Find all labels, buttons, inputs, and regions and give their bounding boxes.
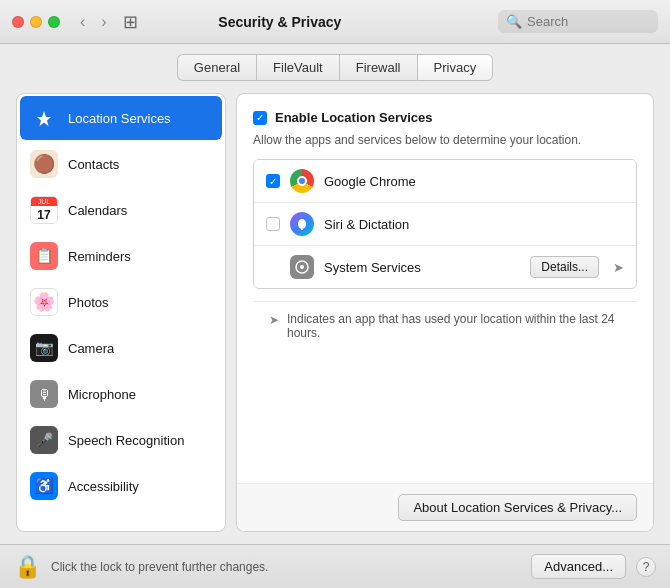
- camera-icon: 📷: [30, 334, 58, 362]
- chrome-inner: [297, 176, 307, 186]
- calendars-icon: JUL 17: [30, 196, 58, 224]
- app-row-system: System Services Details... ➤: [254, 246, 636, 288]
- sidebar-label-reminders: Reminders: [68, 249, 131, 264]
- sidebar-item-contacts[interactable]: 🟤 Contacts: [20, 142, 222, 186]
- enable-location-checkbox[interactable]: ✓: [253, 111, 267, 125]
- app-row-siri: Siri & Dictation: [254, 203, 636, 246]
- system-icon: [290, 255, 314, 279]
- enable-location-desc: Allow the apps and services below to det…: [253, 133, 637, 147]
- sidebar-item-photos[interactable]: 🌸 Photos: [20, 280, 222, 324]
- sidebar-label-contacts: Contacts: [68, 157, 119, 172]
- location-icon: [30, 104, 58, 132]
- about-location-button[interactable]: About Location Services & Privacy...: [398, 494, 637, 521]
- chrome-name: Google Chrome: [324, 174, 624, 189]
- panel-content: ✓ Enable Location Services Allow the app…: [237, 94, 653, 483]
- note-text: Indicates an app that has used your loca…: [287, 312, 621, 340]
- sidebar-item-accessibility[interactable]: ♿ Accessibility: [20, 464, 222, 508]
- panel-note: ➤ Indicates an app that has used your lo…: [253, 301, 637, 350]
- apps-list: ✓ Google Chrome Siri & Dicta: [253, 159, 637, 289]
- right-panel: ✓ Enable Location Services Allow the app…: [236, 93, 654, 532]
- system-name: System Services: [324, 260, 520, 275]
- siri-checkbox[interactable]: [266, 217, 280, 231]
- maximize-button[interactable]: [48, 16, 60, 28]
- microphone-icon: 🎙: [30, 380, 58, 408]
- sidebar: Location Services 🟤 Contacts JUL 17 Cale…: [16, 93, 226, 532]
- siri-name: Siri & Dictation: [324, 217, 624, 232]
- titlebar: ‹ › ⊞ Security & Privacy 🔍: [0, 0, 670, 44]
- reminders-icon: 📋: [30, 242, 58, 270]
- sidebar-item-location-services[interactable]: Location Services: [20, 96, 222, 140]
- search-box: 🔍: [498, 10, 658, 33]
- bottombar: 🔒 Click the lock to prevent further chan…: [0, 544, 670, 588]
- lock-icon[interactable]: 🔒: [14, 554, 41, 580]
- traffic-lights: [12, 16, 60, 28]
- tab-firewall[interactable]: Firewall: [339, 54, 417, 81]
- panel-bottom: About Location Services & Privacy...: [237, 483, 653, 531]
- tab-privacy[interactable]: Privacy: [417, 54, 494, 81]
- sidebar-label-camera: Camera: [68, 341, 114, 356]
- search-icon: 🔍: [506, 14, 522, 29]
- location-used-icon: ➤: [613, 260, 624, 275]
- sidebar-label-calendars: Calendars: [68, 203, 127, 218]
- note-arrow-icon: ➤: [269, 313, 279, 327]
- minimize-button[interactable]: [30, 16, 42, 28]
- app-row-chrome: ✓ Google Chrome: [254, 160, 636, 203]
- lock-text: Click the lock to prevent further change…: [51, 560, 521, 574]
- window-title: Security & Privacy: [70, 14, 490, 30]
- sidebar-label-microphone: Microphone: [68, 387, 136, 402]
- tab-general[interactable]: General: [177, 54, 256, 81]
- details-button[interactable]: Details...: [530, 256, 599, 278]
- chrome-checkbox[interactable]: ✓: [266, 174, 280, 188]
- sidebar-item-calendars[interactable]: JUL 17 Calendars: [20, 188, 222, 232]
- enable-location-row: ✓ Enable Location Services: [253, 110, 637, 125]
- sidebar-label-speech-recognition: Speech Recognition: [68, 433, 184, 448]
- svg-point-3: [300, 265, 304, 269]
- tabbar: General FileVault Firewall Privacy: [0, 44, 670, 81]
- tab-filevault[interactable]: FileVault: [256, 54, 339, 81]
- sidebar-item-microphone[interactable]: 🎙 Microphone: [20, 372, 222, 416]
- advanced-button[interactable]: Advanced...: [531, 554, 626, 579]
- accessibility-icon: ♿: [30, 472, 58, 500]
- search-input[interactable]: [527, 14, 650, 29]
- svg-point-0: [298, 219, 306, 229]
- sidebar-item-camera[interactable]: 📷 Camera: [20, 326, 222, 370]
- contacts-icon: 🟤: [30, 150, 58, 178]
- help-button[interactable]: ?: [636, 557, 656, 577]
- speech-recognition-icon: 🎤: [30, 426, 58, 454]
- svg-rect-1: [301, 228, 303, 230]
- enable-location-label: Enable Location Services: [275, 110, 433, 125]
- sidebar-item-speech-recognition[interactable]: 🎤 Speech Recognition: [20, 418, 222, 462]
- sidebar-label-location: Location Services: [68, 111, 171, 126]
- sidebar-label-accessibility: Accessibility: [68, 479, 139, 494]
- photos-icon: 🌸: [30, 288, 58, 316]
- main-content: Location Services 🟤 Contacts JUL 17 Cale…: [0, 81, 670, 544]
- siri-icon: [290, 212, 314, 236]
- close-button[interactable]: [12, 16, 24, 28]
- sidebar-item-reminders[interactable]: 📋 Reminders: [20, 234, 222, 278]
- sidebar-label-photos: Photos: [68, 295, 108, 310]
- chrome-icon: [290, 169, 314, 193]
